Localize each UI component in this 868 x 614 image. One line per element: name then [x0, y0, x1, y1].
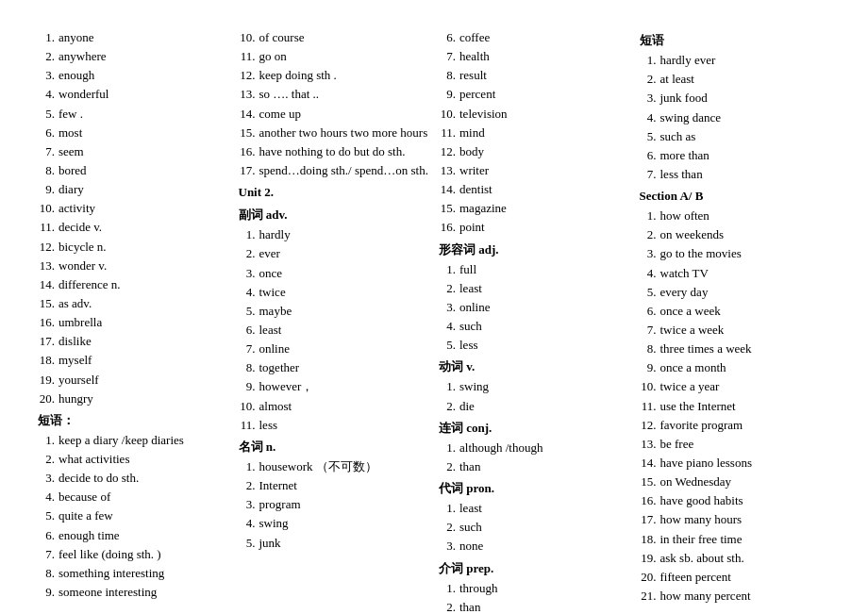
- item-text: however，: [259, 377, 430, 396]
- item-text: junk: [259, 534, 430, 553]
- item-text: online: [259, 340, 430, 358]
- section-header: 形容词 adj.: [439, 240, 630, 260]
- list-item: 1.swing: [439, 377, 630, 396]
- item-text: umbrella: [58, 313, 229, 332]
- item-number: 2.: [239, 476, 259, 495]
- item-text: point: [459, 218, 630, 237]
- item-text: swing dance: [660, 108, 831, 127]
- item-text: through: [459, 579, 630, 598]
- item-number: 4.: [640, 108, 660, 127]
- list-item: 11.go on: [239, 47, 430, 66]
- item-number: 2.: [439, 279, 459, 298]
- item-text: something interesting: [58, 564, 229, 583]
- item-number: 18.: [38, 351, 58, 370]
- item-text: ask sb. about sth.: [660, 549, 831, 568]
- list-item: 3.online: [439, 298, 630, 317]
- item-number: 17.: [640, 510, 660, 529]
- item-text: wonderful: [58, 85, 229, 104]
- item-number: 12.: [640, 416, 660, 435]
- list-item: 10.twice a year: [640, 377, 831, 396]
- list-item: 14.difference n.: [38, 275, 229, 294]
- item-number: 7.: [38, 545, 58, 564]
- item-number: 5.: [239, 302, 259, 321]
- item-text: quite a few: [58, 506, 229, 525]
- item-text: almost: [259, 397, 430, 416]
- item-number: 17.: [239, 161, 259, 180]
- list-item: 17.how many hours: [640, 510, 831, 529]
- item-text: magazine: [459, 199, 630, 218]
- list-item: 15.on Wednesday: [640, 473, 831, 491]
- list-item: 14.come up: [239, 105, 430, 124]
- section-header: 名词 n.: [239, 437, 430, 457]
- item-text: mind: [459, 124, 630, 142]
- item-text: of course: [259, 28, 430, 47]
- item-text: as adv.: [58, 294, 229, 313]
- list-item: 5.less: [439, 336, 630, 355]
- item-text: body: [459, 142, 630, 161]
- item-text: decide v.: [58, 218, 229, 237]
- item-text: go to the movies: [660, 244, 831, 263]
- section-header: Unit 2.: [239, 182, 430, 203]
- list-item: 4.swing: [239, 514, 430, 533]
- list-item: 3.none: [439, 537, 630, 556]
- list-item: 5.every day: [640, 283, 831, 302]
- item-text: anywhere: [58, 47, 229, 66]
- item-text: because of: [58, 488, 229, 506]
- item-text: seem: [58, 142, 229, 161]
- item-number: 5.: [640, 127, 660, 146]
- item-text: anyone: [58, 28, 229, 47]
- item-text: Internet: [259, 476, 430, 495]
- item-number: 4.: [239, 283, 259, 302]
- list-item: 16.have good habits: [640, 491, 831, 510]
- item-number: 12.: [38, 238, 58, 257]
- item-text: although /though: [459, 439, 630, 457]
- item-text: junk food: [660, 89, 831, 108]
- list-item: 6.least: [239, 321, 430, 340]
- item-number: 4.: [38, 488, 58, 506]
- list-item: 9.someone interesting: [38, 583, 229, 602]
- item-number: 11.: [439, 124, 459, 142]
- list-item: 1.through: [439, 579, 630, 598]
- item-text: activity: [58, 199, 229, 218]
- item-text: enough time: [58, 526, 229, 545]
- item-text: coffee: [459, 28, 630, 47]
- list-item: 4.twice: [239, 283, 430, 302]
- item-number: 1.: [640, 51, 660, 70]
- item-text: fifteen percent: [660, 568, 831, 587]
- list-item: 3.enough: [38, 66, 229, 85]
- item-number: 2.: [38, 47, 58, 66]
- item-text: in their free time: [660, 530, 831, 549]
- item-number: 7.: [239, 340, 259, 358]
- item-text: such: [459, 317, 630, 336]
- list-item: 2.at least: [640, 70, 831, 89]
- list-item: 8.bored: [38, 161, 229, 180]
- item-text: every day: [660, 283, 831, 302]
- list-item: 2.anywhere: [38, 47, 229, 66]
- item-text: keep doing sth .: [259, 66, 430, 85]
- item-text: maybe: [259, 302, 430, 321]
- list-item: 1.although /though: [439, 439, 630, 457]
- item-text: spend…doing sth./ spend…on sth.: [259, 161, 430, 180]
- list-item: 1.hardly: [239, 225, 430, 244]
- item-number: 3.: [640, 89, 660, 108]
- section-header: 连词 conj.: [439, 418, 630, 439]
- item-text: least: [459, 499, 630, 518]
- item-number: 2.: [239, 244, 259, 263]
- list-item: 13.so …. that ..: [239, 85, 430, 104]
- item-number: 6.: [239, 321, 259, 340]
- item-number: 2.: [38, 450, 58, 469]
- item-number: 10.: [38, 199, 58, 218]
- list-item: 8.three times a week: [640, 340, 831, 358]
- item-number: 14.: [640, 454, 660, 473]
- item-text: more than: [660, 146, 831, 165]
- item-number: 13.: [38, 257, 58, 275]
- item-number: 3.: [640, 244, 660, 263]
- list-item: 8.something interesting: [38, 564, 229, 583]
- list-item: 8.result: [439, 66, 630, 85]
- item-number: 5.: [640, 283, 660, 302]
- item-number: 2.: [439, 518, 459, 537]
- list-item: 1.how often: [640, 207, 831, 225]
- item-text: television: [459, 105, 630, 124]
- item-text: what activities: [58, 450, 229, 469]
- item-text: none: [459, 537, 630, 556]
